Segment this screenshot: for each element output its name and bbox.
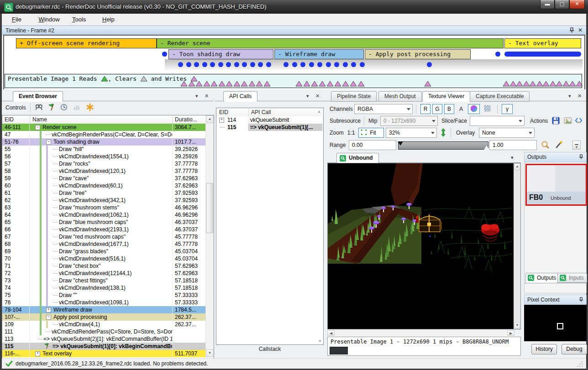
maximize-button[interactable]: ▢	[555, 0, 569, 9]
timeline-draw-dot[interactable]	[242, 62, 247, 67]
timeline-draw-dot[interactable]	[218, 62, 223, 67]
event-row[interactable]: 59Draw "cave"37.62963	[2, 175, 206, 182]
event-row[interactable]: 56vkCmdDrawIndexed(1554,1)39.25926	[2, 153, 206, 160]
timeline-marker-bar[interactable]: - Text overlay	[504, 38, 581, 48]
event-row[interactable]: 51-76−Toon shading draw1017.7...	[2, 138, 206, 146]
texture-image-area[interactable]: ▲ ▼	[327, 163, 521, 329]
col-eid[interactable]: EID	[5, 116, 14, 123]
col-name[interactable]: Name	[32, 116, 47, 123]
colorwheel-button[interactable]	[468, 104, 480, 114]
gamma-button[interactable]: γ	[502, 104, 513, 114]
event-row[interactable]: 109vkCmdDraw(4,1)262.37...	[2, 321, 206, 328]
texture-image[interactable]	[328, 163, 514, 300]
range-min-handle-icon[interactable]	[398, 141, 403, 146]
event-row[interactable]: 60vkCmdDrawIndexed(60,1)37.62963	[2, 182, 206, 189]
tree-collapse-icon[interactable]: −	[46, 140, 51, 145]
timeline-marker-bar[interactable]: - Render scene	[157, 38, 504, 48]
zoom-combo[interactable]: 32%	[386, 128, 437, 138]
export-image-icon[interactable]	[564, 117, 572, 125]
autofit-wand-icon[interactable]	[555, 140, 563, 150]
pixel-context-canvas[interactable]	[524, 305, 587, 341]
alpha-checker-button[interactable]	[482, 104, 493, 114]
event-row[interactable]: 62vkCmdDrawIndexed(342,1)37.92593	[2, 197, 206, 204]
range-max-field[interactable]: 1.00	[489, 140, 537, 150]
tab-texture-viewer[interactable]: Texture Viewer	[422, 91, 470, 102]
event-row[interactable]: 72vkCmdDrawIndexed(12144,1)57.62963	[2, 270, 206, 277]
tab-current-texture[interactable]: Unbound	[336, 153, 379, 163]
event-row[interactable]: 61Draw "tree"37.92593	[2, 189, 206, 197]
minimize-button[interactable]: ▬	[540, 0, 555, 9]
close-button[interactable]: ✕	[569, 0, 585, 9]
texture-list-dropdown-icon[interactable]: ▾	[511, 155, 514, 160]
event-row[interactable]: 66vkCmdDrawIndexed(2193,1)46.37037	[2, 226, 206, 233]
fb0-thumbnail[interactable]: FB0 Unbound	[525, 164, 587, 206]
event-row[interactable]: 76vkCmdDrawIndexed(1098,1)57.33333	[2, 299, 206, 306]
event-row[interactable]: 64vkCmdDrawIndexed(1062,1)46.96296	[2, 211, 206, 219]
tree-collapse-icon[interactable]: −	[46, 315, 51, 320]
timeline-draw-dot[interactable]	[186, 62, 191, 67]
timeline-draw-dot[interactable]	[343, 62, 348, 67]
tree-expand-icon[interactable]: +	[35, 351, 40, 356]
timeline-draw-dot[interactable]	[334, 62, 339, 67]
dock-close-icon[interactable]: ✕	[205, 93, 209, 99]
toolbar-overflow-button[interactable]: ▬ ▼	[572, 141, 581, 150]
event-row[interactable]: 115=> vkQueueSubmit(1)[0]: vkBeginComman…	[2, 343, 206, 350]
zoom-range-icon[interactable]	[541, 141, 550, 151]
pin-icon[interactable]	[569, 27, 574, 35]
menu-file[interactable]: File	[9, 16, 24, 24]
tab-api-calls[interactable]: API Calls	[223, 91, 257, 102]
event-row[interactable]: 47vkCmdBeginRenderPass(C=Clear, D=Clear,…	[2, 131, 206, 138]
debug-button[interactable]: Debug	[562, 344, 587, 354]
mip-combo[interactable]: 0 - 1272x690	[380, 116, 438, 126]
tab-mesh-output[interactable]: Mesh Output	[378, 91, 422, 102]
timeline-draw-dot[interactable]	[194, 62, 199, 67]
scroll-up-icon[interactable]: ▲	[206, 115, 213, 123]
event-row[interactable]: 111vkCmdEndRenderPass(C=Store, D=Store, …	[2, 328, 206, 335]
event-list-scrollbar[interactable]: ▲ ▼	[205, 115, 214, 357]
menu-window[interactable]: Window	[36, 16, 62, 24]
close-icon[interactable]: ✕	[578, 27, 583, 33]
event-row[interactable]: 113=> vkQueueSubmit(2)[1]: vkEndCommandB…	[2, 335, 206, 343]
scroll-up-icon[interactable]: ▲	[317, 109, 321, 114]
timeline-draw-dot[interactable]	[210, 62, 215, 67]
dock-dropdown-icon[interactable]: ▾	[568, 93, 571, 99]
sliceface-combo[interactable]	[470, 116, 525, 126]
timeline-draw-dot[interactable]	[300, 62, 305, 67]
channel-blue-button[interactable]: B	[444, 104, 454, 114]
channel-green-button[interactable]: G	[432, 104, 442, 114]
timeline-draw-dot[interactable]	[360, 62, 365, 67]
range-min-field[interactable]: 0.00	[349, 140, 396, 150]
range-max-handle-icon[interactable]	[484, 146, 489, 150]
timeline-marker-bar[interactable]: - Toon shading draw	[168, 49, 273, 59]
find-icon[interactable]	[35, 104, 43, 112]
tree-collapse-icon[interactable]: −	[35, 125, 40, 130]
channel-red-button[interactable]: R	[420, 104, 430, 114]
zoom-fit-button[interactable]: Fit	[358, 128, 384, 138]
event-row[interactable]: 73Draw "chest fittings"57.18518	[2, 277, 206, 284]
scroll-down-icon[interactable]: ▼	[318, 339, 322, 343]
timeline-draw-dot[interactable]	[284, 62, 289, 67]
tab-outputs[interactable]: Outputs	[525, 273, 560, 283]
event-row[interactable]: 78-104+Wireframe draw1784.5...	[2, 306, 206, 313]
event-row[interactable]: 46-111−Render scene3064.7...	[2, 124, 206, 131]
channel-alpha-button[interactable]: A	[456, 104, 466, 114]
flip-vertical-icon[interactable]	[441, 128, 446, 138]
api-list-header[interactable]: EID API Call ▲	[216, 108, 322, 117]
overlay-combo[interactable]: None	[479, 128, 535, 138]
timeline-draw-dot[interactable]	[202, 62, 207, 67]
open-code-icon[interactable]	[575, 117, 583, 125]
timeline-draw-dot[interactable]	[266, 62, 271, 67]
save-icon[interactable]	[552, 117, 560, 126]
tab-pipeline-state[interactable]: Pipeline State	[331, 91, 377, 102]
event-row[interactable]: 68vkCmdDrawIndexed(1677,1)45.77778	[2, 240, 206, 248]
event-row[interactable]: 67Draw "red mushroom caps"45.77778	[2, 233, 206, 240]
dock-dropdown-icon[interactable]: ▾	[306, 93, 309, 99]
tab-inputs[interactable]: Inputs	[557, 273, 587, 283]
timeline-marker-bar[interactable]: - Apply post processing	[365, 49, 471, 59]
event-row[interactable]: 58vkCmdDrawIndexed(120,1)37.77778	[2, 167, 206, 175]
timeline-marker-bar[interactable]: - Wireframe draw	[274, 49, 364, 59]
timeline-canvas[interactable]: + Off-screen scene rendering- Render sce…	[3, 35, 585, 90]
col-duration[interactable]: Duratio...	[175, 116, 197, 123]
event-row[interactable]: 75Draw ""57.33333	[2, 292, 206, 299]
timeline-draw-dot[interactable]	[250, 62, 255, 67]
